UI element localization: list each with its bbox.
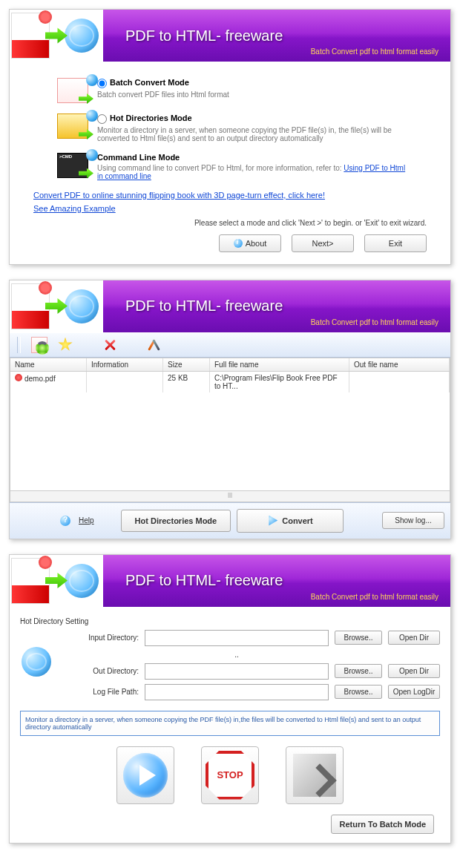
pdf-icon: [11, 13, 50, 59]
open-output-button[interactable]: [286, 746, 344, 804]
browse-out-button[interactable]: Browse..: [335, 664, 382, 678]
mode-title: Hot Directories Mode: [110, 114, 192, 122]
about-button[interactable]: About: [219, 234, 281, 252]
open-input-button[interactable]: Open Dir: [388, 631, 440, 645]
app-tagline: Batch Convert pdf to html format easily: [311, 47, 438, 56]
open-big-icon: [293, 754, 336, 797]
promo-link-2[interactable]: See Amazing Example: [33, 204, 116, 213]
wizard-body: Batch Convert Mode Batch convert PDF fil…: [10, 62, 450, 264]
open-out-button[interactable]: Open Dir: [388, 664, 440, 678]
globe-icon: [65, 19, 99, 53]
hot-mode-button[interactable]: Hot Directories Mode: [121, 510, 231, 532]
h-scrollbar[interactable]: [10, 491, 450, 502]
table-header: NameInformationSizeFull file nameOut fil…: [10, 358, 450, 372]
mode-title: Command Line Mode: [97, 153, 180, 162]
pdf-small-icon: [15, 374, 22, 381]
play-big-icon: [123, 753, 168, 798]
table-row[interactable]: demo.pdf 25 KB C:\Program Files\Flip Boo…: [10, 372, 450, 392]
stop-button[interactable]: STOP: [201, 746, 259, 804]
batch-window: PDF to HTML- freeware Batch Convert pdf …: [9, 280, 451, 539]
mode-title: Batch Convert Mode: [110, 78, 189, 87]
table-body[interactable]: demo.pdf 25 KB C:\Program Files\Flip Boo…: [10, 372, 450, 491]
promo-link-1[interactable]: Convert PDF to online stunning flipping …: [33, 191, 325, 200]
mode-hot[interactable]: Hot Directories Mode Monitor a directory…: [57, 114, 433, 142]
input-dir-field[interactable]: [145, 630, 329, 646]
mode-desc: Using command line to convert PDF to Htm…: [97, 164, 409, 180]
exit-button[interactable]: Exit: [364, 234, 427, 252]
log-path-field[interactable]: [145, 684, 329, 700]
remove-button[interactable]: [102, 338, 117, 352]
open-log-button[interactable]: Open LogDir: [388, 685, 440, 699]
play-icon: [267, 516, 277, 526]
wizard-window: PDF to HTML- freeware Batch Convert pdf …: [9, 9, 451, 265]
info-icon: [234, 239, 243, 248]
folder-icon: [57, 114, 88, 139]
stop-big-icon: STOP: [206, 751, 254, 800]
out-dir-label: Out Directory:: [72, 667, 139, 675]
mode-batch[interactable]: Batch Convert Mode Batch convert PDF fil…: [57, 78, 433, 103]
mode-cmd: Command Line Mode Using command line to …: [57, 153, 433, 180]
hotdir-window: PDF to HTML- freeware Batch Convert pdf …: [9, 554, 451, 844]
batch-radio[interactable]: [97, 79, 107, 88]
banner: PDF to HTML- freeware Batch Convert pdf …: [10, 280, 450, 332]
toolbar: [10, 332, 450, 358]
show-log-button[interactable]: Show log...: [382, 512, 444, 529]
out-dir-field[interactable]: [145, 663, 329, 680]
mode-desc: Monitor a directory in a server, when so…: [97, 126, 409, 142]
banner: PDF to HTML- freeware Batch Convert pdf …: [10, 555, 450, 607]
instruction-text: Please select a mode and click 'Next >' …: [27, 219, 427, 227]
tools-button[interactable]: [147, 338, 162, 352]
add-favorite-button[interactable]: [58, 338, 73, 352]
pdf-convert-icon: [57, 78, 88, 103]
next-button[interactable]: Next>: [292, 234, 354, 252]
add-file-button[interactable]: [31, 337, 47, 353]
help-link[interactable]: Help: [79, 516, 94, 525]
app-title: PDF to HTML- freeware: [125, 27, 283, 45]
return-batch-button[interactable]: Return To Batch Mode: [331, 815, 434, 834]
banner: PDF to HTML- freeware Batch Convert pdf …: [10, 10, 450, 62]
log-path-label: Log File Path:: [72, 688, 139, 696]
browse-log-button[interactable]: Browse..: [335, 685, 382, 699]
section-title: Hot Directory Setting: [20, 617, 440, 625]
start-button[interactable]: [116, 746, 174, 804]
cmd-icon: [57, 153, 88, 178]
globe-large-icon: [22, 647, 51, 677]
input-dir-label: Input Directory:: [72, 634, 139, 642]
mode-desc: Batch convert PDF files into Html format: [97, 91, 409, 99]
browse-input-button[interactable]: Browse..: [335, 631, 382, 645]
bottom-bar: Help Hot Directories Mode Convert Show l…: [10, 502, 450, 539]
banner-logo: [10, 10, 103, 62]
hot-radio[interactable]: [97, 114, 107, 124]
convert-button[interactable]: Convert: [237, 509, 344, 533]
help-icon: [60, 516, 70, 526]
monitor-note: Monitor a directory in a server, when so…: [20, 711, 440, 736]
